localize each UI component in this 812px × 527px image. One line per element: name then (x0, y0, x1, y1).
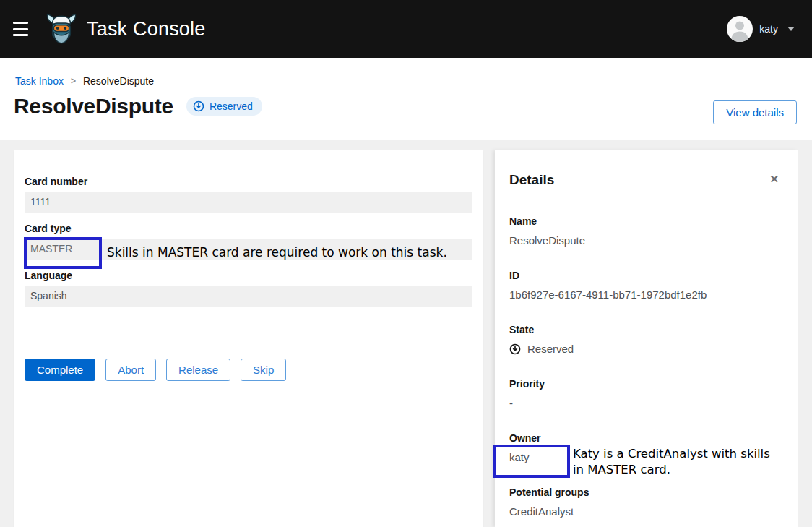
close-icon[interactable]: ✕ (768, 172, 780, 186)
app-title: Task Console (87, 18, 205, 40)
card-number-input[interactable] (25, 192, 472, 213)
task-actions: Complete Abort Release Skip (25, 359, 472, 381)
details-field-state: State Reserved (509, 324, 780, 355)
breadcrumb-separator-icon: > (71, 76, 76, 86)
details-owner-value: katy (509, 451, 780, 463)
details-potential-groups-value: CreditAnalyst (509, 505, 780, 518)
card-type-input[interactable] (25, 239, 472, 260)
breadcrumb-task-inbox[interactable]: Task Inbox (15, 75, 64, 87)
user-name: katy (759, 23, 778, 35)
reserved-state-icon (509, 343, 521, 355)
details-id-value: 1b6f927e-6167-4911-bb71-1972bdf1e2fb (509, 288, 780, 301)
chevron-down-icon (787, 27, 795, 31)
release-button[interactable]: Release (166, 359, 230, 381)
details-field-owner: Owner katy (509, 432, 780, 463)
viking-logo-icon (45, 12, 78, 46)
status-badge: Reserved (186, 97, 262, 116)
task-form-card: Card number Card type Language Complete … (14, 150, 483, 527)
complete-button[interactable]: Complete (25, 359, 95, 381)
language-input[interactable] (25, 286, 472, 307)
skip-button[interactable]: Skip (241, 359, 286, 381)
card-type-label: Card type (25, 223, 472, 234)
details-priority-value: - (509, 397, 780, 409)
details-name-value: ResolveDispute (509, 234, 780, 247)
breadcrumb-current: ResolveDispute (83, 75, 154, 87)
abort-button[interactable]: Abort (105, 359, 156, 381)
status-badge-label: Reserved (210, 100, 253, 112)
details-field-name: Name ResolveDispute (509, 215, 780, 247)
page-title: ResolveDispute (14, 94, 173, 119)
menu-toggle-button[interactable] (13, 22, 30, 36)
details-field-priority: Priority - (509, 378, 780, 409)
language-label: Language (25, 270, 472, 281)
avatar (727, 16, 753, 42)
breadcrumb: Task Inbox > ResolveDispute (15, 75, 154, 87)
brand: Task Console (45, 12, 205, 46)
user-menu[interactable]: katy (727, 16, 795, 42)
view-details-button[interactable]: View details (713, 100, 797, 124)
details-field-id: ID 1b6f927e-6167-4911-bb71-1972bdf1e2fb (509, 270, 780, 301)
masthead: Task Console katy (0, 0, 812, 58)
details-panel: Details ✕ Name ResolveDispute ID 1b6f927… (495, 150, 798, 527)
reserved-state-icon (193, 100, 204, 112)
card-number-label: Card number (25, 176, 472, 187)
details-title: Details (509, 172, 554, 188)
page-header: Task Inbox > ResolveDispute ResolveDispu… (0, 58, 812, 140)
details-state-value: Reserved (527, 343, 574, 355)
details-field-potential-groups: Potential groups CreditAnalyst (509, 487, 780, 518)
